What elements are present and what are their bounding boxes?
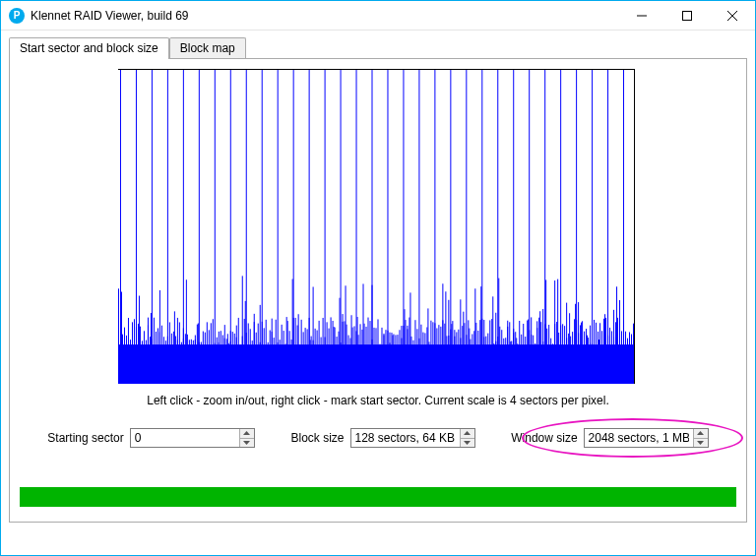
block-size-label: Block size xyxy=(290,431,344,445)
block-size-group: Block size xyxy=(290,428,474,448)
starting-sector-input[interactable] xyxy=(131,429,239,447)
window-size-down[interactable] xyxy=(694,439,708,448)
svg-rect-1 xyxy=(683,11,692,20)
svg-marker-386 xyxy=(243,441,250,445)
window-title: Klennet RAID Viewer, build 69 xyxy=(31,9,619,23)
app-icon: P xyxy=(9,8,25,24)
status-bar xyxy=(20,487,736,507)
window-size-input[interactable] xyxy=(585,429,693,447)
tab-start-sector[interactable]: Start sector and block size xyxy=(9,37,169,59)
tab-block-map[interactable]: Block map xyxy=(169,37,246,58)
sector-chart[interactable] xyxy=(118,69,635,384)
controls-row: Starting sector Block size Window size xyxy=(10,428,746,448)
svg-marker-389 xyxy=(697,431,704,435)
starting-sector-down[interactable] xyxy=(240,439,254,448)
svg-marker-385 xyxy=(243,431,250,435)
tabstrip: Start sector and block size Block map xyxy=(1,34,755,58)
close-button[interactable] xyxy=(710,1,755,31)
maximize-button[interactable] xyxy=(664,1,710,31)
starting-sector-up[interactable] xyxy=(240,429,254,439)
window-size-spinner[interactable] xyxy=(584,428,709,448)
block-size-up[interactable] xyxy=(461,429,474,439)
titlebar: P Klennet RAID Viewer, build 69 xyxy=(1,1,755,31)
minimize-button[interactable] xyxy=(619,1,664,31)
block-size-down[interactable] xyxy=(461,439,474,448)
tab-panel: Left click - zoom in/out, right click - … xyxy=(9,58,747,523)
window-size-label: Window size xyxy=(511,431,577,445)
starting-sector-spinner[interactable] xyxy=(130,428,255,448)
block-size-spinner[interactable] xyxy=(350,428,475,448)
window-size-up[interactable] xyxy=(694,429,708,439)
svg-marker-390 xyxy=(697,441,704,445)
svg-marker-388 xyxy=(464,441,471,445)
block-size-input[interactable] xyxy=(351,429,460,447)
starting-sector-group: Starting sector xyxy=(47,428,254,448)
svg-marker-387 xyxy=(464,431,471,435)
starting-sector-label: Starting sector xyxy=(47,431,123,445)
window-size-group: Window size xyxy=(511,428,708,448)
help-text: Left click - zoom in/out, right click - … xyxy=(10,394,746,407)
